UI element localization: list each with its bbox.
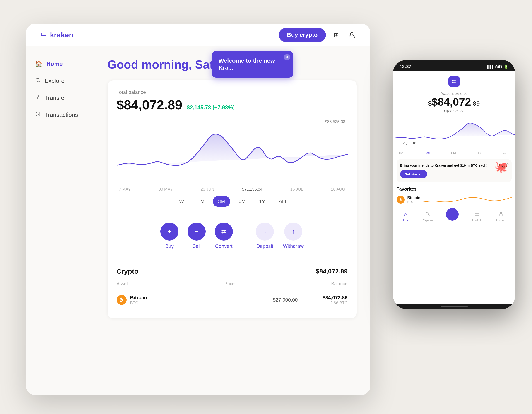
phone-nav-center-button[interactable] — [446, 208, 459, 221]
asset-price: $27,000.00 — [207, 297, 307, 303]
buy-circle-button[interactable]: + — [160, 222, 179, 241]
favorites-title: Favorites — [397, 186, 512, 192]
phone-balance-decimal: .89 — [471, 100, 480, 107]
table-row[interactable]: ₿ Bitcoin BTC $27,000.00 $84,072.89 2.86… — [117, 291, 348, 309]
sidebar-item-transfer[interactable]: Transfer — [26, 89, 94, 106]
logo-text: kraken — [50, 31, 73, 39]
user-icon[interactable] — [347, 30, 357, 40]
sidebar-label-explore: Explore — [45, 77, 65, 84]
phone-balance-dollar: $ — [428, 100, 432, 107]
transactions-icon — [35, 111, 40, 118]
balance-row: $84,072.89 $2,145.78 (+7.98%) — [117, 97, 348, 112]
sell-circle-button[interactable]: − — [188, 222, 206, 241]
chart-x-labels: 7 MAY 30 MAY 23 JUN $71,135.84 16 JUL 10… — [117, 187, 348, 192]
phone-nav-account-label: Account — [495, 219, 506, 222]
crypto-total: $84,072.89 — [316, 268, 347, 275]
sidebar-item-explore[interactable]: Explore — [26, 73, 94, 89]
buy-crypto-button[interactable]: Buy crypto — [279, 28, 326, 42]
svg-rect-2 — [42, 34, 46, 34]
deposit-circle-button[interactable]: ↓ — [256, 222, 274, 241]
tablet-topbar: kraken Buy crypto ⊞ — [26, 24, 370, 46]
col-asset: Asset — [117, 281, 128, 286]
phone-favorites: Favorites ₿ Bitcoin BTC — [393, 184, 515, 208]
phone-filter-1m[interactable]: 1M — [398, 151, 403, 155]
svg-rect-9 — [453, 80, 456, 81]
buy-action[interactable]: + Buy — [160, 222, 179, 249]
svg-rect-12 — [475, 212, 477, 213]
fav-info: Bitcoin BTC — [408, 196, 421, 203]
phone-chart-low-label: ↓ $71,135.84 — [398, 141, 417, 145]
withdraw-circle-button[interactable]: ↑ — [284, 222, 302, 241]
deposit-label: Deposit — [256, 243, 273, 249]
wifi-icon: WiFi — [495, 65, 502, 69]
home-icon: 🏠 — [35, 60, 42, 67]
sidebar-label-transfer: Transfer — [45, 94, 66, 101]
phone-filter-3m[interactable]: 3M — [425, 151, 430, 155]
chart-label-23jun: 23 JUN — [201, 187, 214, 192]
svg-rect-3 — [42, 35, 46, 36]
time-filter-1m[interactable]: 1M — [192, 196, 209, 207]
time-filter-6m[interactable]: 6M — [234, 196, 250, 207]
fav-asset-ticker: BTC — [408, 200, 421, 203]
time-filter-1y[interactable]: 1Y — [254, 196, 270, 207]
tablet-body: 🏠 Home Explore Transfer — [26, 46, 370, 395]
explore-icon — [35, 77, 40, 84]
transfer-icon — [35, 94, 40, 101]
crypto-title: Crypto — [117, 267, 139, 275]
grid-icon[interactable]: ⊞ — [331, 30, 341, 40]
time-filter-3m[interactable]: 3M — [213, 196, 230, 207]
referral-content: Bring your friends to Kraken and get $10… — [400, 163, 492, 178]
deposit-action[interactable]: ↓ Deposit — [256, 222, 274, 249]
phone-balance-main: $84,072 — [432, 96, 471, 108]
phone-nav-portfolio[interactable]: Portfolio — [472, 212, 483, 222]
main-content: Good morning, Satoshi Total balance $84,… — [94, 46, 370, 395]
phone-time: 12:37 — [400, 64, 411, 69]
time-filters: 1W 1M 3M 6M 1Y ALL — [117, 196, 348, 207]
phone-filter-all[interactable]: ALL — [503, 151, 510, 155]
sidebar-item-transactions[interactable]: Transactions — [26, 106, 94, 123]
fav-item-btc[interactable]: ₿ Bitcoin BTC — [397, 194, 512, 205]
referral-close-button[interactable]: ✕ — [506, 162, 509, 166]
welcome-title: Welcome to the new Kra... — [218, 57, 286, 71]
phone-balance-amount: $$84,072.89 — [398, 96, 510, 108]
phone-filter-6m[interactable]: 6M — [451, 151, 456, 155]
welcome-close-button[interactable]: ✕ — [284, 54, 290, 60]
welcome-banner: ✕ Welcome to the new Kra... — [212, 51, 293, 78]
phone-nav-explore[interactable]: Explore — [423, 212, 433, 222]
col-balance: Balance — [331, 281, 347, 286]
sidebar-item-home[interactable]: 🏠 Home — [26, 55, 94, 73]
fav-btc-icon: ₿ — [397, 196, 405, 204]
asset-balance: $84,072.89 — [307, 295, 348, 301]
svg-rect-14 — [475, 214, 477, 215]
svg-rect-15 — [477, 214, 479, 215]
referral-text: Bring your friends to Kraken and get $10… — [400, 163, 492, 168]
phone-filter-1y[interactable]: 1Y — [477, 151, 482, 155]
battery-icon: 🔋 — [504, 64, 508, 69]
phone-nav-portfolio-icon — [475, 212, 479, 218]
asset-balance-group: $84,072.89 2.86 BTC — [307, 295, 348, 305]
convert-circle-button[interactable]: ⇄ — [215, 222, 233, 241]
referral-cta-button[interactable]: Get started — [400, 170, 427, 178]
convert-action[interactable]: ⇄ Convert — [215, 222, 233, 249]
phone-nav-account-icon — [498, 212, 504, 218]
tablet: kraken Buy crypto ⊞ 🏠 Home — [26, 24, 370, 395]
btc-icon: ₿ — [117, 295, 127, 305]
sell-action[interactable]: − Sell — [188, 222, 206, 249]
home-indicator-bar — [440, 306, 468, 307]
asset-info: ₿ Bitcoin BTC — [117, 295, 207, 305]
chart-high-label: $88,535.38 — [325, 120, 345, 124]
balance-label: Total balance — [117, 89, 348, 95]
sell-label: Sell — [192, 243, 201, 249]
phone-kraken-icon — [448, 76, 460, 87]
phone-nav-convert[interactable] — [446, 212, 459, 221]
phone-nav-home-label: Home — [402, 218, 410, 222]
asset-name: Bitcoin — [130, 295, 147, 301]
time-filter-1w[interactable]: 1W — [171, 196, 189, 207]
fav-mini-chart — [423, 194, 511, 205]
withdraw-action[interactable]: ↑ Withdraw — [283, 222, 304, 249]
phone-nav-home[interactable]: ⌂ Home — [402, 212, 410, 222]
fav-asset-name: Bitcoin — [408, 196, 421, 200]
time-filter-all[interactable]: ALL — [274, 196, 293, 207]
phone-nav-account[interactable]: Account — [495, 212, 506, 222]
chart-svg — [117, 119, 348, 183]
